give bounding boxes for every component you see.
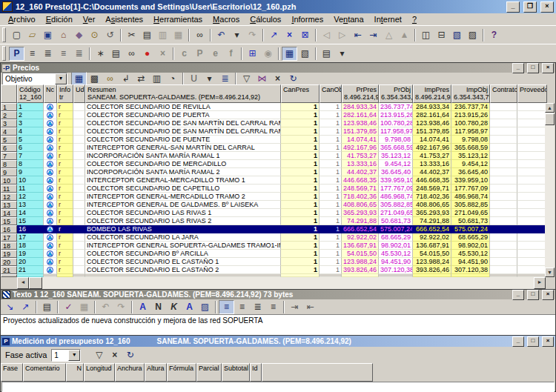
cell-ud[interactable]: [73, 119, 85, 127]
cell-proveedor[interactable]: [517, 136, 547, 144]
row-number[interactable]: 12: [1, 193, 17, 201]
cell-codigo[interactable]: 11: [17, 185, 44, 193]
cell-canpres[interactable]: 1: [281, 193, 320, 201]
cell-canpres[interactable]: 1: [281, 225, 320, 233]
cell-ud[interactable]: [73, 266, 85, 274]
cell-canobj[interactable]: 1: [320, 217, 342, 225]
cell-proveedor[interactable]: [517, 160, 547, 168]
cell-canobj[interactable]: 1: [320, 176, 342, 185]
undo-icon[interactable]: ↶: [214, 28, 229, 42]
cell-prpres[interactable]: 151.379,85: [342, 127, 379, 136]
cell-contrato[interactable]: [490, 119, 517, 127]
cell-imppres[interactable]: 393.826,46: [413, 266, 451, 274]
cell-nc[interactable]: [44, 193, 57, 201]
scroll-up-icon[interactable]: ▲: [545, 103, 555, 113]
cell-canobj[interactable]: 1: [320, 233, 342, 242]
concepts-window-icon[interactable]: ≡: [24, 47, 40, 61]
help-icon[interactable]: ?: [486, 28, 502, 42]
cell-nc[interactable]: [44, 266, 57, 274]
calculator-icon[interactable]: ▦: [282, 47, 297, 61]
spell-check-icon[interactable]: ✓: [61, 300, 76, 314]
cell-proveedor[interactable]: [517, 258, 547, 266]
units-icon[interactable]: U: [186, 72, 202, 86]
assistant-icon[interactable]: ◆: [71, 28, 87, 42]
row-number[interactable]: 9: [1, 168, 17, 176]
cell-proveedor[interactable]: [517, 111, 547, 119]
cell-imppres[interactable]: 92.922,02: [413, 233, 451, 242]
cell-nc[interactable]: [44, 242, 57, 250]
cell-probj[interactable]: 307.120,38: [379, 266, 413, 274]
cell-proveedor[interactable]: [517, 152, 547, 160]
cell-imppres[interactable]: 41.753,27: [413, 152, 451, 160]
table-row[interactable]: 1 1 r COLECTOR SECUNDARIO DE REVILLA 1 1…: [1, 103, 547, 111]
medicion-header-subtotal[interactable]: Subtotal: [222, 363, 250, 382]
cell-probj[interactable]: 177.767,09: [379, 185, 413, 193]
cell-ud[interactable]: [73, 103, 85, 111]
cell-impobj[interactable]: 305.882,85: [451, 201, 490, 209]
header-info[interactable]: Infotr: [57, 84, 73, 103]
cell-resumen[interactable]: COLECTOR SECUNDARIO DE SAN MARTÍN DEL CA…: [85, 127, 281, 136]
cell-canobj[interactable]: 1: [320, 250, 342, 258]
header-ud[interactable]: Ud: [73, 84, 85, 103]
cell-contrato[interactable]: [490, 209, 517, 217]
row-number[interactable]: 14: [1, 209, 17, 217]
cell-impobj[interactable]: 486.968,74: [451, 193, 490, 201]
record-macro-icon[interactable]: ●: [139, 47, 155, 61]
cell-contrato[interactable]: [490, 168, 517, 176]
cell-contrato[interactable]: [490, 176, 517, 185]
cell-ud[interactable]: [73, 250, 85, 258]
table-row[interactable]: 18 18 r INTERCEPTOR GENERAL SOPUERTA-GAL…: [1, 242, 547, 250]
insert-table-icon[interactable]: ▦: [76, 300, 92, 314]
table-row[interactable]: 16 16 r BOMBEO LAS RIVAS 1 1 666.652,54 …: [1, 225, 547, 233]
cell-prpres[interactable]: 44.402,37: [342, 168, 379, 176]
align-left-icon[interactable]: ≡: [219, 300, 234, 314]
cell-proveedor[interactable]: [517, 119, 547, 127]
cell-contrato[interactable]: [490, 136, 517, 144]
row-number[interactable]: 17: [1, 233, 17, 242]
cell-impobj[interactable]: 236.737,74: [451, 103, 490, 111]
cell-contrato[interactable]: [490, 111, 517, 119]
cell-probj[interactable]: 575.007,24: [379, 225, 413, 233]
undo-text-icon[interactable]: ↶: [98, 300, 113, 314]
cell-prpres[interactable]: 365.293,93: [342, 209, 379, 217]
cell-resumen[interactable]: COLECTOR SECUNDARIO LAS RIVAS 2: [85, 217, 281, 225]
cell-probj[interactable]: 45.530,12: [379, 250, 413, 258]
cell-probj[interactable]: 100.780,28: [379, 119, 413, 127]
medicion-header-id[interactable]: Id: [250, 363, 262, 382]
cell-probj[interactable]: 236.737,74: [379, 103, 413, 111]
link-lines-icon[interactable]: ⇄: [133, 72, 149, 86]
texto-minimize-button[interactable]: _: [512, 290, 524, 300]
top-level-icon[interactable]: ▲: [397, 28, 412, 42]
cell-codigo[interactable]: 17: [17, 233, 44, 242]
cell-probj[interactable]: 213.915,26: [379, 111, 413, 119]
cell-imppres[interactable]: 284.933,34: [413, 103, 451, 111]
cell-imppres[interactable]: 74.291,88: [413, 217, 451, 225]
budget-view-icon[interactable]: ▦: [71, 72, 87, 86]
close-document-icon[interactable]: ⊠: [297, 28, 313, 42]
cell-impobj[interactable]: 213.915,26: [451, 111, 490, 119]
go-superior-icon[interactable]: ↗: [266, 28, 282, 42]
refresh-window-icon[interactable]: ↻: [285, 72, 301, 86]
menu-ventana[interactable]: Ventana: [328, 14, 368, 24]
statistics-pie-icon[interactable]: ◔: [165, 72, 180, 86]
cancel-filter-icon[interactable]: ×: [107, 348, 122, 362]
cell-info[interactable]: r: [57, 225, 73, 233]
cell-codigo[interactable]: 3: [17, 119, 44, 127]
row-number[interactable]: 8: [1, 160, 17, 168]
lock-icon[interactable]: ⊙: [87, 28, 102, 42]
cell-canpres[interactable]: 1: [281, 160, 320, 168]
cell-ud[interactable]: [73, 111, 85, 119]
cell-canobj[interactable]: 1: [320, 258, 342, 266]
cell-ud[interactable]: [73, 185, 85, 193]
cell-nc[interactable]: [44, 185, 57, 193]
cell-imppres[interactable]: 248.569,71: [413, 185, 451, 193]
files-window-icon[interactable]: f: [223, 47, 239, 61]
cell-canobj[interactable]: 1: [320, 266, 342, 274]
cell-codigo[interactable]: 6: [17, 144, 44, 152]
cell-canpres[interactable]: 1: [281, 136, 320, 144]
cell-canpres[interactable]: 1: [281, 258, 320, 266]
row-number[interactable]: 7: [1, 152, 17, 160]
cell-prpres[interactable]: 74.291,88: [342, 217, 379, 225]
cell-impobj[interactable]: 339.959,10: [451, 176, 490, 185]
cell-impobj[interactable]: 9.454,12: [451, 160, 490, 168]
